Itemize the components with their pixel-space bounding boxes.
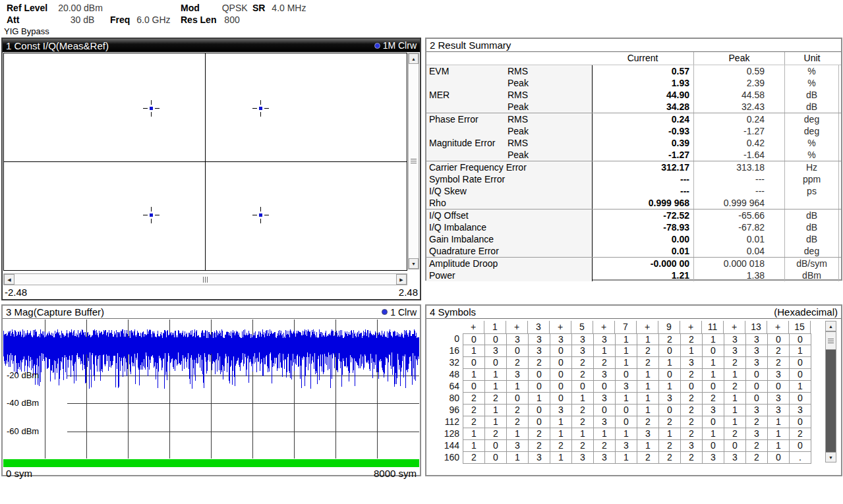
result-label: I/Q Offset: [426, 210, 504, 221]
symbol-cell: 3: [746, 405, 768, 416]
result-label: [426, 125, 504, 137]
constellation-horizontal-scrollbar[interactable]: ◀ ▶: [3, 273, 407, 285]
capture-buffer-plot[interactable]: -20 dBm-40 dBm-60 dBm: [3, 320, 419, 459]
result-summary-titlebar[interactable]: 2 Result Summary: [426, 39, 841, 52]
result-unit: deg: [784, 125, 839, 137]
capture-buffer-title: 3 Mag(Capture Buffer): [6, 306, 104, 318]
symbol-cell: 1: [529, 393, 550, 405]
symbol-cell: 0: [659, 369, 681, 381]
symbols-column-header: +: [680, 321, 702, 333]
result-label-area: Carrier Frequency Error: [426, 161, 592, 173]
result-current-value: ---: [592, 185, 693, 197]
symbol-cell: 1: [703, 369, 724, 381]
symbol-cell: 3: [637, 428, 659, 440]
symbol-cell: 3: [768, 369, 790, 381]
ref-level-field[interactable]: Ref Level 20.00 dBm: [7, 3, 103, 13]
symbol-cell: 0: [768, 333, 790, 345]
symbols-titlebar[interactable]: 4 Symbols (Hexadecimal): [426, 306, 841, 319]
result-row: Magnitude ErrorRMS0.390.42%: [426, 137, 841, 149]
symbol-cell: 1: [616, 452, 637, 464]
scroll-up-icon[interactable]: ▲: [825, 321, 836, 331]
symbol-cell: 2: [659, 416, 681, 428]
symbol-cell: 2: [572, 357, 594, 369]
symbol-cell: 0: [746, 393, 768, 405]
symbols-scroll-thumb[interactable]: [825, 331, 836, 350]
x-max-label: 2.48: [399, 287, 418, 298]
constellation-vertical-scrollbar[interactable]: ▲ ▼: [408, 53, 419, 269]
constellation-trace-legend: 1M Clrw: [374, 40, 417, 51]
symbol-cell: 1: [550, 452, 572, 464]
symbol-cell: 3: [550, 405, 572, 416]
symbol-cell: 2: [746, 440, 768, 452]
symbol-cell: 1: [768, 428, 790, 440]
symbol-cell: 1: [724, 416, 746, 428]
symbol-cell: 3: [616, 381, 637, 393]
symbol-cell: 1: [485, 369, 507, 381]
horizontal-scroll-thumb[interactable]: [15, 274, 396, 285]
symbol-cell: 2: [659, 333, 681, 345]
scroll-down-icon[interactable]: ▼: [409, 258, 419, 269]
freq-label: Freq: [110, 14, 130, 25]
res-len-field[interactable]: Res Len 800: [181, 14, 240, 25]
att-field[interactable]: Att 30 dB: [7, 14, 94, 25]
symbols-row-index: 64: [428, 381, 463, 393]
symbol-cell: 0: [463, 333, 485, 345]
symbol-cell: 0: [507, 393, 529, 405]
symbol-cell: 2: [637, 452, 659, 464]
result-row: Peak-1.27-1.64%: [426, 149, 841, 161]
result-label: I/Q Skew: [426, 185, 504, 197]
scroll-right-icon[interactable]: ▶: [396, 274, 407, 285]
sr-field[interactable]: SR 4.0 MHz: [252, 3, 306, 13]
scroll-up-icon[interactable]: ▲: [409, 53, 419, 64]
y-axis-tick-label: -20 dBm: [7, 370, 39, 380]
symbols-scroll-track[interactable]: [825, 350, 836, 452]
x-end-label: 8000 sym: [374, 468, 417, 479]
grip-line: [205, 277, 206, 283]
constellation-titlebar[interactable]: 1 Const I/Q(Meas&Ref) 1M Clrw: [3, 39, 420, 52]
measured-point-dot: [150, 213, 153, 217]
symbol-cell: 2: [463, 452, 485, 464]
symbol-cell: 3: [507, 440, 529, 452]
symbols-scrollbar[interactable]: ▲ ▼: [825, 321, 836, 462]
reference-cross-dash: [264, 108, 269, 109]
symbol-cell: 1: [463, 369, 485, 381]
result-unit: deg: [784, 113, 839, 125]
symbol-cell: .: [790, 452, 811, 464]
symbol-cell: 0: [485, 357, 507, 369]
result-label: Power: [426, 269, 504, 281]
window-capture-buffer: 3 Mag(Capture Buffer) 1 Clrw -20 dBm-40 …: [1, 304, 421, 476]
symbol-cell: 1: [550, 428, 572, 440]
symbol-cell: 1: [463, 345, 485, 357]
symbol-cell: 3: [790, 405, 811, 416]
freq-field[interactable]: Freq 6.0 GHz: [110, 14, 171, 25]
att-label: Att: [7, 14, 19, 25]
trace-indicator-icon: [382, 309, 388, 315]
scroll-down-icon[interactable]: ▼: [825, 452, 836, 462]
reference-cross-dash: [260, 219, 261, 223]
symbol-cell: 3: [507, 333, 529, 345]
symbols-row-cells: 1303031120103321: [463, 345, 811, 357]
symbol-cell: 3: [703, 405, 724, 416]
x-min-label: -2.48: [5, 287, 27, 298]
constellation-plot[interactable]: [3, 53, 407, 271]
grip-line: [203, 277, 204, 283]
result-label-area: Gain Imbalance: [426, 233, 592, 245]
result-unit: dB: [784, 210, 839, 221]
symbol-cell: 2: [681, 393, 703, 405]
mod-field[interactable]: Mod QPSK: [181, 3, 248, 13]
capture-buffer-titlebar[interactable]: 3 Mag(Capture Buffer) 1 Clrw: [3, 306, 420, 319]
result-row: MERRMS44.9044.58dB: [426, 89, 841, 101]
scroll-left-icon[interactable]: ◀: [4, 274, 15, 285]
result-label-area: Peak: [426, 77, 592, 89]
y-axis-tick-label: -60 dBm: [7, 426, 39, 436]
symbol-cell: 0: [768, 452, 790, 464]
symbols-column-header: +: [506, 321, 528, 333]
symbols-row-cells: 1212111131212312: [463, 428, 811, 440]
grip-line: [411, 163, 417, 163]
symbols-row: 640110000311002001: [428, 381, 811, 393]
result-row: Amplitude Droop-0.000 000.000 018dB/sym: [426, 258, 841, 269]
symbols-column-header: 5: [571, 321, 593, 333]
vertical-scroll-thumb[interactable]: [409, 64, 419, 258]
result-label-area: Amplitude Droop: [426, 258, 592, 269]
symbols-column-header: +: [550, 321, 571, 333]
